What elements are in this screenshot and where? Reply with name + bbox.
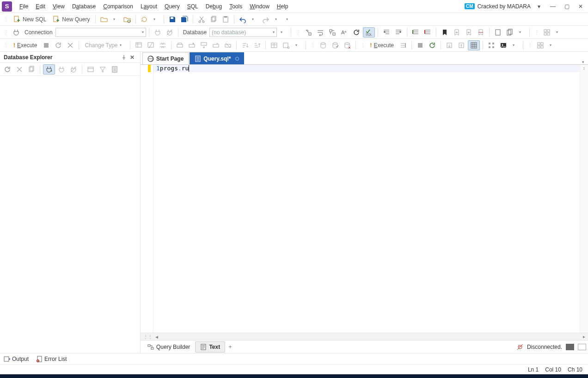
- stop-button[interactable]: [41, 40, 52, 50]
- exp-refresh-button[interactable]: [2, 64, 13, 74]
- scroll-right-icon[interactable]: ▸: [583, 334, 585, 339]
- undo-button[interactable]: [237, 14, 248, 25]
- bookmark-clear-button[interactable]: [475, 27, 486, 37]
- sql-toggle-button[interactable]: SQL: [363, 27, 375, 37]
- sort-desc-button[interactable]: [251, 40, 263, 50]
- tab-close-icon[interactable]: [235, 57, 239, 61]
- comment-button[interactable]: [410, 27, 421, 37]
- menu-window[interactable]: Window: [246, 1, 273, 12]
- group-btn-5[interactable]: [222, 40, 233, 50]
- tool-btn-3[interactable]: [327, 27, 338, 37]
- menu-help[interactable]: Help: [273, 1, 292, 12]
- execute-to-end-button[interactable]: [398, 40, 409, 50]
- error-list-tab[interactable]: Error List: [36, 356, 67, 362]
- execute-button-2[interactable]: ! Execute: [368, 40, 397, 50]
- group-btn-3[interactable]: [198, 40, 209, 50]
- editor-empty-area[interactable]: [153, 72, 580, 333]
- redo-button[interactable]: [260, 14, 271, 25]
- more-dropdown-1[interactable]: ▾: [283, 14, 294, 25]
- menu-comparison[interactable]: Comparison: [99, 1, 137, 12]
- menu-query[interactable]: Query: [161, 1, 184, 12]
- stop-button-2[interactable]: [415, 40, 426, 50]
- remove-table-button[interactable]: [145, 40, 156, 50]
- menu-database[interactable]: Database: [68, 1, 99, 12]
- menu-tools[interactable]: Tools: [226, 1, 246, 12]
- qr-button[interactable]: [486, 40, 497, 50]
- open-button[interactable]: [98, 14, 110, 25]
- view-toggle-2[interactable]: [578, 344, 586, 350]
- exp-unplug-button[interactable]: [68, 64, 79, 74]
- cut-button[interactable]: [196, 14, 207, 25]
- exp-plug-button[interactable]: [56, 64, 67, 74]
- view-toggle-1[interactable]: [566, 344, 574, 350]
- new-sql-button[interactable]: New SQL: [11, 14, 49, 25]
- open-recent-button[interactable]: [122, 14, 133, 25]
- scroll-handle-icon[interactable]: ⋮⋮: [143, 334, 153, 339]
- horizontal-scrollbar[interactable]: ⋮⋮ ◂ ▸: [141, 333, 588, 340]
- refresh-button[interactable]: [351, 27, 362, 37]
- grid-toggle-button[interactable]: [468, 40, 480, 50]
- more-dropdown-3[interactable]: ▾: [510, 40, 520, 50]
- reload-dropdown[interactable]: ▾: [151, 14, 161, 25]
- exp-plug-new-button[interactable]: [43, 64, 55, 74]
- pin-button[interactable]: [120, 53, 128, 62]
- change-type-button[interactable]: Change Type ▾: [82, 40, 127, 50]
- more-dropdown-2[interactable]: ▾: [516, 27, 527, 37]
- minimize-button[interactable]: —: [547, 1, 558, 12]
- exp-delete-button[interactable]: [14, 64, 25, 74]
- bookmark-next-button[interactable]: [463, 27, 474, 37]
- tab-overflow-dropdown[interactable]: ▾: [578, 60, 588, 64]
- db-cylinder-3[interactable]: [342, 40, 353, 50]
- reload-button[interactable]: [139, 14, 150, 25]
- explorer-close-button[interactable]: ✕: [128, 53, 136, 62]
- layout-dropdown[interactable]: ▾: [553, 27, 564, 37]
- database-combo[interactable]: (no database)▾: [209, 28, 277, 37]
- db-cylinder-1[interactable]: [318, 40, 329, 50]
- grip-icon[interactable]: ⋮: [2, 30, 10, 35]
- tab-query-sql[interactable]: Query.sql*: [190, 52, 244, 64]
- refresh-button-2[interactable]: [427, 40, 438, 50]
- tool-btn-1[interactable]: [303, 27, 314, 37]
- grip-icon[interactable]: ⋮: [2, 43, 10, 48]
- table-dropdown[interactable]: ▾: [293, 40, 303, 50]
- outdent-button[interactable]: [381, 27, 392, 37]
- docs-button[interactable]: [504, 27, 515, 37]
- menu-file[interactable]: File: [16, 1, 32, 12]
- tab-start-page[interactable]: Start Page: [142, 52, 189, 64]
- grip-icon[interactable]: ⋮: [533, 30, 540, 35]
- reconnect-button[interactable]: [53, 40, 64, 50]
- db-dropdown[interactable]: ▾: [278, 27, 288, 37]
- scroll-left-icon[interactable]: ◂: [155, 334, 158, 340]
- group-btn-2[interactable]: [186, 40, 197, 50]
- maximize-button[interactable]: ▢: [561, 1, 572, 12]
- output-panel-tab[interactable]: Output: [4, 356, 29, 362]
- grip-icon[interactable]: ⋮: [309, 43, 317, 48]
- export-button[interactable]: [444, 40, 455, 50]
- disconnect-button[interactable]: [164, 27, 175, 37]
- layout-button[interactable]: [541, 27, 552, 37]
- tool-btn-4[interactable]: Aᵃ: [339, 27, 350, 37]
- code-text[interactable]: 1progs.ru: [153, 65, 580, 333]
- execute-button[interactable]: ! Execute: [11, 40, 40, 50]
- menu-layout[interactable]: Layout: [137, 1, 161, 12]
- tab-query-builder[interactable]: Query Builder: [142, 341, 195, 353]
- grip-icon[interactable]: ⋮: [294, 30, 302, 35]
- title-dropdown[interactable]: ▾: [533, 1, 545, 12]
- exp-copy-button[interactable]: [26, 64, 37, 74]
- exp-window-button[interactable]: [85, 64, 96, 74]
- new-query-button[interactable]: New Query: [50, 14, 92, 25]
- connection-combo[interactable]: ▾: [55, 28, 146, 37]
- uncomment-button[interactable]: [422, 27, 433, 37]
- explorer-tree[interactable]: [0, 76, 140, 353]
- add-table-button[interactable]: [133, 40, 144, 50]
- split-icon[interactable]: ↕: [583, 66, 585, 71]
- connection-icon-button[interactable]: [11, 27, 22, 37]
- redo-dropdown[interactable]: ▾: [272, 14, 282, 25]
- sort-asc-button[interactable]: [239, 40, 251, 50]
- exp-filter-button[interactable]: [97, 64, 108, 74]
- menu-view[interactable]: View: [49, 1, 68, 12]
- menu-edit[interactable]: Edit: [32, 1, 49, 12]
- code-editor[interactable]: 1progs.ru ↕: [141, 65, 588, 333]
- table-opts-button[interactable]: [281, 40, 292, 50]
- bookmark-button[interactable]: [439, 27, 450, 37]
